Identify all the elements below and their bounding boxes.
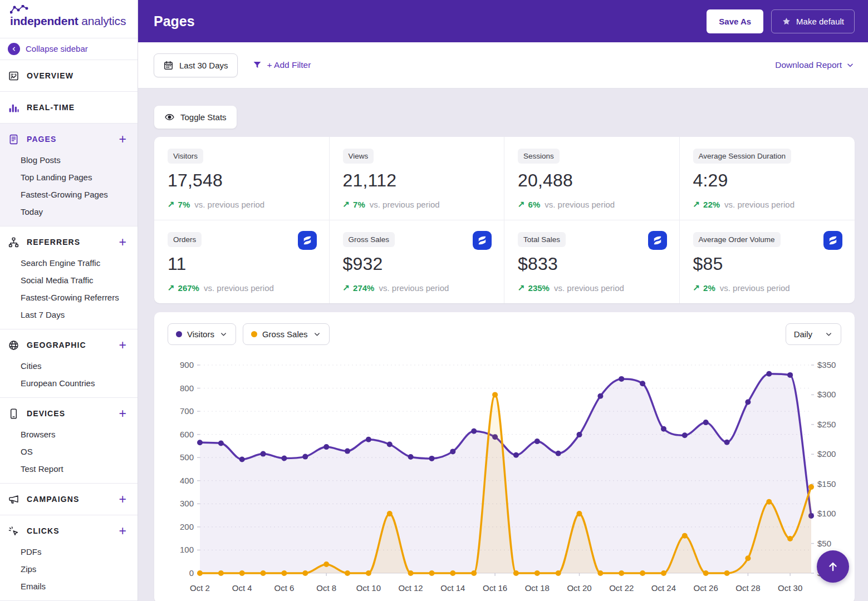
stat-delta-note: vs. previous period — [724, 200, 795, 209]
sidebar-subitem-pdfs[interactable]: PDFs — [0, 543, 138, 560]
interval-select[interactable]: Daily — [786, 323, 841, 345]
trend-up-icon: ↗ — [343, 283, 350, 293]
content-area: Toggle Stats Visitors17,548 ↗ 7% vs. pre… — [138, 88, 868, 601]
stat-card-average-session-duration: Average Session Duration4:29 ↗ 22% vs. p… — [680, 137, 855, 220]
series-selector-gross-sales[interactable]: Gross Sales — [243, 323, 330, 345]
stat-label: Gross Sales — [343, 232, 395, 247]
stat-delta-percent: 22% — [703, 200, 720, 209]
sidebar-subitem-today[interactable]: Today — [0, 203, 138, 220]
collapse-sidebar-button[interactable]: Collapse sidebar — [0, 38, 138, 60]
sidebar-subitem-fastest-growing-referrers[interactable]: Fastest-Growing Referrers — [0, 289, 138, 306]
report-icon — [8, 70, 19, 82]
sidebar-subitem-emails[interactable]: Emails — [0, 578, 138, 595]
scroll-to-top-button[interactable] — [817, 550, 849, 583]
svg-text:Oct 2: Oct 2 — [190, 583, 210, 593]
stat-delta: ↗ 6% vs. previous period — [518, 199, 666, 209]
svg-text:Oct 12: Oct 12 — [399, 583, 423, 593]
sidebar-subitem-top-landing-pages[interactable]: Top Landing Pages — [0, 169, 138, 186]
sidebar-subitem-search-engine-traffic[interactable]: Search Engine Traffic — [0, 254, 138, 272]
date-range-button[interactable]: Last 30 Days — [154, 53, 238, 77]
add-filter-button[interactable]: + Add Filter — [252, 60, 311, 70]
svg-text:$100: $100 — [817, 509, 836, 518]
stat-delta-note: vs. previous period — [554, 283, 624, 293]
filter-toolbar: Last 30 Days + Add Filter Download Repor… — [138, 42, 868, 88]
svg-text:Oct 26: Oct 26 — [694, 583, 718, 593]
make-default-button[interactable]: Make default — [771, 9, 855, 33]
logo-chart-doodle-icon — [10, 5, 29, 16]
sidebar-subitem-social-media-traffic[interactable]: Social Media Traffic — [0, 272, 138, 289]
stat-card-gross-sales: Gross Sales$932 ↗ 274% vs. previous peri… — [330, 220, 505, 303]
sidebar-subitem-browsers[interactable]: Browsers — [0, 426, 138, 443]
stat-delta-note: vs. previous period — [194, 200, 264, 209]
sidebar-item-devices[interactable]: DEVICES+ — [0, 401, 138, 426]
sidebar-nav: OVERVIEWREAL-TIMEPAGES+Blog PostsTop Lan… — [0, 60, 138, 601]
sidebar-subitem-blog-posts[interactable]: Blog Posts — [0, 151, 138, 169]
stat-label: Views — [343, 149, 374, 164]
calendar-icon — [163, 60, 174, 71]
sidebar-section-campaigns: CAMPAIGNS+ — [0, 484, 138, 515]
chevron-down-icon — [846, 61, 855, 70]
download-report-label: Download Report — [775, 60, 842, 70]
svg-text:900: 900 — [180, 360, 194, 370]
sidebar-subitem-fastest-growing-pages[interactable]: Fastest-Growing Pages — [0, 186, 138, 203]
stat-card-views: Views21,112 ↗ 7% vs. previous period — [330, 137, 505, 220]
save-as-button[interactable]: Save As — [707, 9, 763, 33]
chart-card: Visitors Gross Sales Daily — [154, 312, 855, 601]
sidebar-subitem-european-countries[interactable]: European Countries — [0, 375, 138, 392]
app-logo[interactable]: independent analytics — [0, 0, 138, 38]
sidebar-subitem-zips[interactable]: Zips — [0, 560, 138, 578]
click-icon — [8, 525, 19, 537]
svg-text:Oct 10: Oct 10 — [356, 583, 381, 593]
svg-text:$200: $200 — [817, 449, 836, 459]
sidebar-subitem-last-7-days[interactable]: Last 7 Days — [0, 306, 138, 323]
stat-delta-note: vs. previous period — [720, 283, 790, 293]
stat-delta-percent: 274% — [353, 283, 374, 293]
sidebar-subitem-os[interactable]: OS — [0, 443, 138, 460]
series2-label: Gross Sales — [262, 329, 308, 339]
svg-text:Oct 16: Oct 16 — [483, 583, 507, 593]
collapse-arrow-icon — [8, 43, 20, 55]
svg-text:Oct 30: Oct 30 — [778, 583, 802, 593]
sidebar-item-geographic[interactable]: GEOGRAPHIC+ — [0, 333, 138, 357]
add-campaigns-report-button[interactable]: + — [119, 493, 126, 506]
arrow-up-icon — [826, 560, 840, 573]
svg-text:Oct 20: Oct 20 — [567, 583, 591, 593]
download-report-button[interactable]: Download Report — [775, 60, 855, 70]
svg-text:800: 800 — [180, 383, 194, 393]
stat-delta: ↗ 274% vs. previous period — [343, 283, 491, 293]
stat-label: Average Session Duration — [693, 149, 792, 164]
chevron-down-icon — [219, 330, 228, 338]
series-selector-visitors[interactable]: Visitors — [168, 323, 236, 345]
add-pages-report-button[interactable]: + — [119, 133, 126, 146]
toggle-stats-button[interactable]: Toggle Stats — [154, 106, 237, 129]
stat-delta-note: vs. previous period — [204, 283, 274, 293]
bar-chart-icon — [8, 102, 19, 114]
sidebar-subitem-test-report[interactable]: Test Report — [0, 460, 138, 477]
svg-text:Oct 22: Oct 22 — [609, 583, 634, 593]
sidebar-item-referrers[interactable]: REFERRERS+ — [0, 230, 138, 254]
sidebar-section-label: REFERRERS — [27, 238, 112, 247]
svg-text:100: 100 — [180, 545, 194, 554]
add-referrers-report-button[interactable]: + — [119, 236, 126, 249]
sidebar-item-campaigns[interactable]: CAMPAIGNS+ — [0, 487, 138, 511]
stat-card-total-sales: Total Sales$833 ↗ 235% vs. previous peri… — [504, 220, 680, 303]
add-devices-report-button[interactable]: + — [119, 407, 126, 420]
sidebar-item-pages[interactable]: PAGES+ — [0, 127, 138, 151]
sitemap-icon — [8, 237, 19, 248]
svg-text:Oct 4: Oct 4 — [232, 583, 252, 593]
sidebar-section-label: DEVICES — [27, 409, 112, 418]
add-geographic-report-button[interactable]: + — [119, 339, 126, 352]
svg-text:$300: $300 — [817, 390, 836, 399]
sidebar-item-overview[interactable]: OVERVIEW — [0, 63, 138, 88]
stat-delta-note: vs. previous period — [370, 200, 440, 209]
svg-text:200: 200 — [180, 522, 194, 531]
stat-value: $833 — [518, 254, 666, 274]
sidebar-item-clicks[interactable]: CLICKS+ — [0, 519, 138, 543]
gross-sales-series-dot — [251, 331, 257, 337]
add-clicks-report-button[interactable]: + — [119, 525, 126, 538]
sidebar-item-real-time[interactable]: REAL-TIME — [0, 95, 138, 120]
ecommerce-plugin-icon — [648, 231, 667, 250]
sidebar-subitem-cities[interactable]: Cities — [0, 357, 138, 375]
ecommerce-plugin-icon — [473, 231, 492, 250]
trend-up-icon: ↗ — [168, 199, 175, 209]
